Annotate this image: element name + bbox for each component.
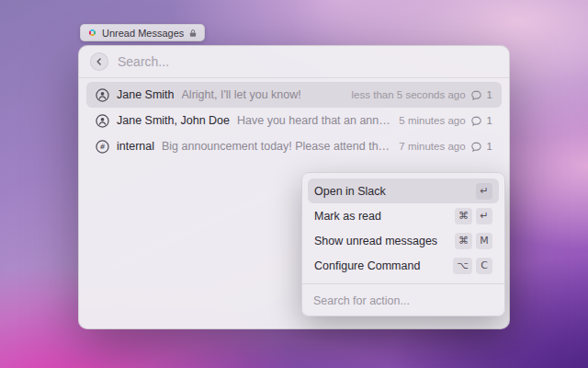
message-title: internal — [117, 140, 154, 153]
message-title: Jane Smith — [117, 88, 175, 101]
shortcut-keys: ↵ — [476, 183, 492, 200]
message-meta: 5 minutes ago 1 — [399, 115, 492, 127]
person-circle-icon — [96, 88, 109, 102]
channel-circle-icon: # — [96, 140, 109, 154]
message-row[interactable]: # internal Big announcement today! Pleas… — [86, 133, 502, 159]
search-header — [79, 46, 509, 78]
action-label: Mark as read — [314, 210, 381, 223]
back-button[interactable] — [90, 52, 108, 71]
command-tag-label: Unread Messages — [102, 28, 184, 39]
message-preview: Big announcement today! Please attend th… — [162, 140, 391, 153]
message-title: Jane Smith, John Doe — [117, 114, 230, 127]
slack-icon — [87, 28, 97, 38]
command-keycap: ⌘ — [455, 208, 472, 224]
message-meta: 7 minutes ago 1 — [399, 141, 492, 153]
action-items: Open in Slack ↵ Mark as read ⌘ ↵ Show un… — [302, 173, 504, 283]
launcher-window: Jane Smith Alright, I'll let you know! l… — [78, 45, 510, 329]
message-preview: Alright, I'll let you know! — [182, 88, 345, 101]
action-label: Open in Slack — [314, 185, 386, 198]
action-search — [302, 283, 504, 316]
shortcut-keys: ⌥ C — [453, 258, 492, 274]
command-tag[interactable]: Unread Messages — [80, 24, 205, 41]
unread-count: 1 — [487, 115, 492, 126]
action-label: Configure Command — [314, 259, 420, 272]
lock-icon — [188, 29, 198, 38]
return-keycap: ↵ — [476, 183, 492, 200]
person-circle-icon — [96, 114, 109, 128]
message-time: less than 5 seconds ago — [352, 89, 466, 100]
message-time: 7 minutes ago — [399, 141, 465, 152]
message-row[interactable]: Jane Smith Alright, I'll let you know! l… — [86, 82, 502, 108]
action-item-mark-as-read[interactable]: Mark as read ⌘ ↵ — [308, 203, 499, 228]
command-keycap: ⌘ — [455, 233, 472, 249]
svg-text:#: # — [99, 143, 106, 151]
chat-bubble-icon — [470, 115, 482, 127]
action-menu: Open in Slack ↵ Mark as read ⌘ ↵ Show un… — [301, 172, 505, 316]
unread-count: 1 — [487, 141, 492, 152]
message-meta: less than 5 seconds ago 1 — [352, 89, 492, 101]
action-label: Show unread messages — [314, 235, 437, 247]
action-search-input[interactable] — [313, 294, 493, 307]
message-time: 5 minutes ago — [399, 115, 465, 126]
unread-count: 1 — [487, 89, 492, 100]
shortcut-keys: ⌘ ↵ — [455, 208, 492, 224]
message-preview: Have you heard that an announcement is c… — [237, 114, 391, 127]
c-keycap: C — [476, 258, 492, 274]
action-item-configure-command[interactable]: Configure Command ⌥ C — [308, 253, 499, 278]
message-list: Jane Smith Alright, I'll let you know! l… — [79, 78, 509, 163]
m-keycap: M — [476, 233, 492, 249]
action-item-show-unread-messages[interactable]: Show unread messages ⌘ M — [308, 228, 499, 253]
option-keycap: ⌥ — [453, 258, 472, 274]
action-item-open-in-slack[interactable]: Open in Slack ↵ — [308, 178, 499, 203]
shortcut-keys: ⌘ M — [455, 233, 492, 249]
search-input[interactable] — [118, 54, 498, 69]
return-keycap: ↵ — [476, 208, 492, 224]
message-row[interactable]: Jane Smith, John Doe Have you heard that… — [86, 108, 502, 133]
chat-bubble-icon — [470, 89, 482, 101]
chevron-left-icon — [94, 56, 105, 67]
chat-bubble-icon — [470, 141, 482, 153]
